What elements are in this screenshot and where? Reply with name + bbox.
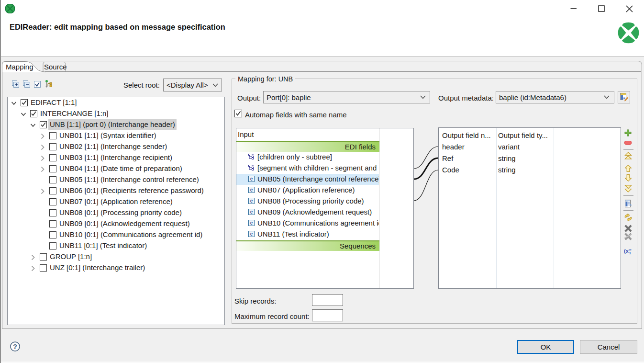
svg-text:e: e <box>250 187 253 193</box>
svg-text:e: e <box>250 231 253 237</box>
svg-text:e: e <box>250 209 253 215</box>
svg-text:e: e <box>250 198 253 204</box>
svg-text:e: e <box>250 176 253 182</box>
svg-text:?: ? <box>13 343 17 351</box>
svg-text:e: e <box>250 220 253 226</box>
